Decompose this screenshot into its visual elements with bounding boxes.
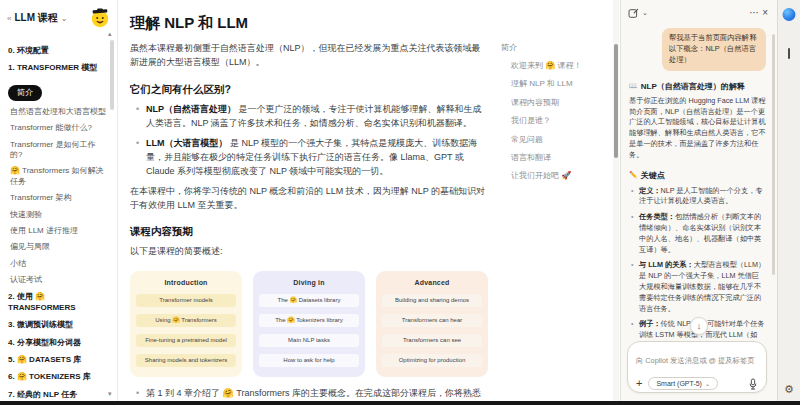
toc-item-what-to-expect[interactable]: 课程内容预期 [511,98,611,108]
chat-input[interactable] [636,356,758,365]
bullet-llm: LLM（大语言模型） 是 NLP 模型的一个强大子集，其特点是规模庞大、训练数据… [136,137,488,179]
sidebar-item-summary[interactable]: 小结 [10,259,107,269]
scroll-down-icon[interactable]: ▾ [108,390,112,397]
diagram-item: Building and sharing demos [382,294,482,307]
course-title[interactable]: LLM 课程 [14,11,57,25]
mic-button[interactable] [748,378,758,390]
toc-header[interactable]: 简介 [501,42,611,53]
browser-sidebar-rail: ⚙ [777,0,800,401]
chapters-note-list: 第 1 到 4 章介绍了 🤗 Transformers 库的主要概念。在完成这部… [136,387,488,401]
chevron-down-icon[interactable]: ⌄ [61,14,68,23]
page-scrollbar[interactable] [613,0,619,401]
bullet-nlp: NLP（自然语言处理） 是一个更广泛的领域，专注于使计算机能够理解、解释和生成人… [136,103,488,131]
key-point-label: 例子： [639,319,661,328]
toc-item-who-are-we[interactable]: 我们是谁？ [511,116,611,126]
scroll-to-bottom-button[interactable]: ↓ [690,317,708,335]
preview-intro-paragraph: 以下是课程的简要概述: [130,245,488,259]
course-overview-diagram: Introduction Transformer models Using 🤗 … [130,271,488,377]
chat-scrollbar-thumb[interactable] [772,34,775,275]
sidebar-item-chapter1[interactable]: 1. TRANSFORMER 模型 [8,63,107,73]
scroll-up-icon[interactable]: ▴ [108,30,112,37]
rail-indicator [788,48,790,59]
assistant-heading-text: NLP（自然语言处理）的解释 [641,81,745,92]
toc-item-faq[interactable]: 常见问题 [511,135,611,145]
user-message-bubble: 帮我基于当前页面内容解释以下概念：NLP（自然语言处理） [662,28,766,71]
sidebar-item-chapter4[interactable]: 4. 分享模型和分词器 [8,338,107,348]
sidebar-item-chapter3[interactable]: 3. 微调预训练模型 [8,320,107,330]
bullet-nlp-label: NLP（自然语言处理） [146,104,236,114]
chevron-down-icon: ⌄ [705,380,710,387]
diagram-item: Transformers can hear [382,314,482,327]
down-arrow-icon: ↓ [697,321,702,331]
diagram-item: Fine-tuning a pretrained model [136,334,236,347]
more-options-icon[interactable]: ⋯ [749,8,759,18]
sidebar-item-certification[interactable]: 认证考试 [10,275,107,285]
sidebar-item-chapter7[interactable]: 7. 经典的 NLP 任务 [8,390,107,400]
sidebar-header: « LLM 课程 ⌄ [0,0,117,35]
add-attachment-button[interactable]: + [636,378,642,389]
table-of-contents: 简介 欢迎来到 🤗 课程！ 理解 NLP 和 LLM 课程内容预期 我们是谁？ … [501,42,611,190]
settings-gear-icon[interactable]: ⚙ [784,384,794,395]
sidebar-item-how-transformers-work[interactable]: Transformer 是如何工作的? [10,140,107,161]
sidebar-item-chapter2[interactable]: 2. 使用 🤗 TRANSFORMERS [8,292,107,313]
key-points-list: 定义：NLP 是人工智能的一个分支，专注于让计算机处理人类语言。 任务类型：包括… [631,186,766,339]
diagram-column-advanced: Advanced Building and sharing demos Tran… [376,271,488,377]
sidebar-nav: 0. 环境配置 1. TRANSFORMER 模型 简介 自然语言处理和大语言模… [0,35,117,401]
key-point-task-types: 任务类型：包括情感分析（判断文本的情绪倾向）、命名实体识别（识别文本中的人名、地… [631,212,766,255]
diagram-column-diving-in: Diving in The 🤗 Datasets library The 🤗 T… [253,271,365,377]
message-composer: + Smart (GPT-5) ⌄ [627,341,767,393]
chevron-down-icon[interactable]: ⌄ [642,9,648,17]
assistant-section-heading: 📖 NLP（自然语言处理）的解释 [629,81,766,92]
sidebar-item-how-transformers-solve-tasks[interactable]: 🤗 Transformers 如何解决任务 [10,166,107,187]
selected-pill: 简介 [8,85,42,101]
key-point-label: 定义： [639,186,661,195]
key-point-label: 与 LLM 的关系： [639,260,694,269]
diagram-item: The 🤗 Datasets library [259,294,359,307]
bullet-llm-label: LLM（大语言模型） [146,138,228,148]
section-heading-preview: 课程内容预期 [130,225,488,239]
sidebar-item-intro-selected[interactable]: 简介 [8,81,107,101]
model-selector[interactable]: Smart (GPT-5) ⌄ [648,377,718,390]
sidebar-scrollbar-thumb[interactable] [110,40,114,110]
diagram-item: How to ask for help [259,354,359,367]
sidebar-item-bias-limitations[interactable]: 偏见与局限 [10,242,107,252]
diagram-column-title: Diving in [259,279,359,286]
course-note-paragraph: 在本课程中，你将学习传统的 NLP 概念和前沿的 LLM 技术，因为理解 NLP… [130,185,488,213]
sidebar-item-chapter6[interactable]: 6. 🤗 TOKENIZERS 库 [8,372,107,382]
diagram-item: Transformer models [136,294,236,307]
sidebar-item-llm-inference[interactable]: 使用 LLM 进行推理 [10,226,107,236]
sidebar-item-chapter5[interactable]: 5. 🤗 DATASETS 库 [8,355,107,365]
window-bottom-edge [0,401,800,405]
sidebar-item-setup[interactable]: 0. 环境配置 [8,46,107,56]
sidebar-item-transformer-architecture[interactable]: Transformer 架构 [10,193,107,203]
toc-item-languages[interactable]: 语言和翻译 [511,153,611,163]
assistant-message: 📖 NLP（自然语言处理）的解释 基于你正在浏览的 Hugging Face L… [629,81,766,339]
assistant-heading-text: 关键点 [641,170,665,181]
sidebar-item-quick-quiz[interactable]: 快速测验 [10,210,107,220]
chat-header: ⌄ ⋯ × [628,0,768,26]
sidebar-scrollbar[interactable]: ▴ ▾ [108,30,116,397]
assistant-section-heading: ✏️ 关键点 [629,170,766,181]
collapse-sidebar-icon[interactable]: « [7,14,11,23]
toc-item-welcome[interactable]: 欢迎来到 🤗 课程！ [511,61,611,71]
key-point-definition: 定义：NLP 是人工智能的一个分支，专注于让计算机处理人类语言。 [631,186,766,208]
copilot-chat-panel: ⌄ ⋯ × 帮我基于当前页面内容解释以下概念：NLP（自然语言处理） 📖 NLP… [620,0,777,401]
pencil-icon: ✏️ [629,170,638,180]
diagram-column-title: Advanced [382,279,482,286]
diagram-column-introduction: Introduction Transformer models Using 🤗 … [130,271,242,377]
app-window: « LLM 课程 ⌄ 0. 环境配置 1. TRANSFORMER 模型 简介 … [0,0,800,405]
close-icon[interactable]: × [762,8,768,18]
huggingface-graduate-logo-icon [89,7,111,29]
diagram-item: Transformers can see [382,334,482,347]
page-scrollbar-thumb[interactable] [614,44,618,158]
intro-paragraph: 虽然本课程最初侧重于自然语言处理（NLP），但现在已经发展为重点关注代表该领域最… [130,42,488,70]
new-chat-icon[interactable] [628,8,639,19]
sidebar-item-what-can-transformers-do[interactable]: Transformer 能做什么? [10,123,107,133]
chat-scrollbar[interactable] [772,28,776,337]
toc-item-understanding-nlp-llm[interactable]: 理解 NLP 和 LLM [511,79,611,89]
sidebar-item-nlp-llm[interactable]: 自然语言处理和大语言模型 [10,107,107,117]
toc-item-lets-go[interactable]: 让我们开始吧 🚀 [511,171,611,181]
diagram-item: Main NLP tasks [259,334,359,347]
copilot-icon[interactable] [783,8,796,21]
chapters-note-pre: 第 1 到 4 章介绍了 🤗 Transformers 库的主要概念。在完成这部… [146,388,481,401]
